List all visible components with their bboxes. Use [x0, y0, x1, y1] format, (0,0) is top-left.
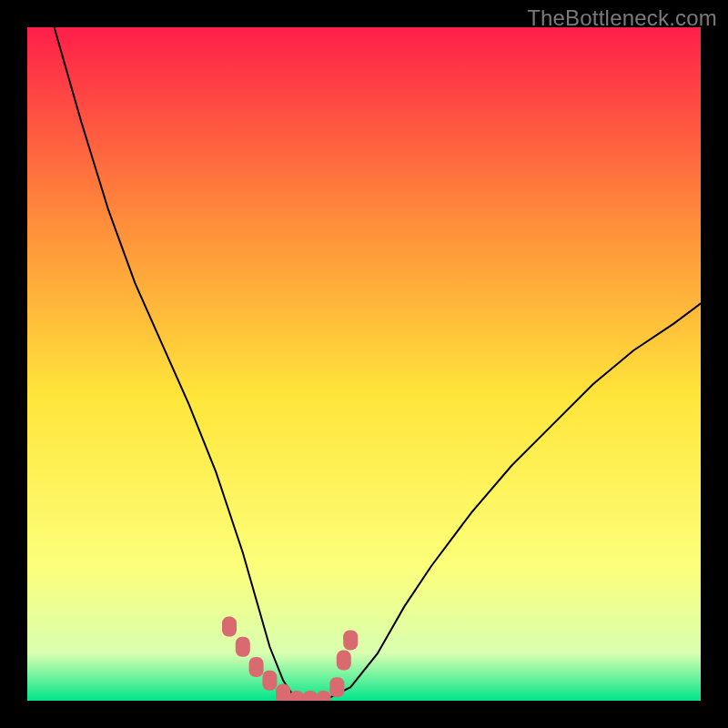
plot-area [27, 27, 701, 701]
chart-container: TheBottleneck.com [0, 0, 728, 728]
highlight-dot [329, 677, 344, 697]
highlight-dot [222, 617, 237, 637]
gradient-background [27, 27, 701, 701]
highlight-dot [249, 657, 264, 677]
highlight-dot [276, 684, 290, 701]
highlight-dot [236, 637, 250, 657]
highlight-dot [262, 671, 277, 691]
highlight-dot [343, 630, 358, 650]
highlight-dot [337, 651, 351, 671]
chart-svg [27, 27, 701, 701]
